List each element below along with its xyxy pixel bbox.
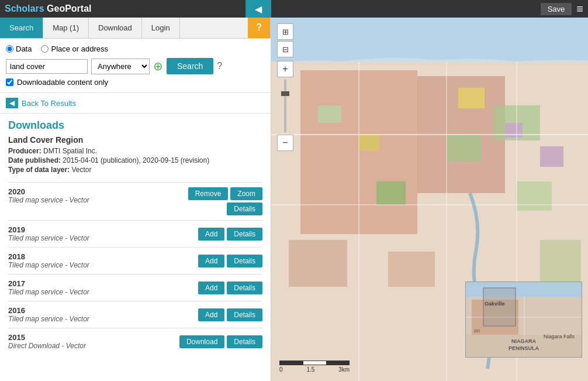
scale-bar: 0 1.5 3km: [279, 361, 350, 373]
scale-label-1-5: 1.5: [306, 366, 314, 373]
dataset-title: Land Cover Region: [8, 135, 262, 145]
year-row-2020: 2020 Tiled map service - Vector Remove Z…: [8, 182, 262, 220]
svg-rect-12: [540, 146, 563, 167]
search-area: Data Place or address Anywhere Map area …: [0, 39, 271, 93]
search-button[interactable]: Search: [167, 58, 213, 74]
svg-rect-19: [388, 252, 435, 287]
remove-2020-button[interactable]: Remove: [188, 187, 229, 200]
nav-collapse-button[interactable]: ◀: [245, 0, 271, 18]
minimap-on-label: on: [474, 328, 480, 334]
logo-geo: Geo: [44, 4, 65, 13]
scale-label-0: 0: [279, 366, 283, 373]
type-value: Vector: [71, 166, 91, 174]
year-row-2019: 2019 Tiled map service - Vector Add Deta…: [8, 220, 262, 247]
tab-search[interactable]: Search: [0, 18, 43, 38]
top-right-controls: Save ≡: [541, 2, 583, 16]
svg-rect-18: [289, 240, 347, 287]
year-info-2020: 2020 Tiled map service - Vector: [8, 187, 89, 204]
back-arrow-icon: ◀: [6, 98, 18, 108]
map-controls: ⊞ ⊟ + −: [277, 23, 293, 151]
tab-download[interactable]: Download: [89, 18, 142, 38]
producer-line: Producer: DMTI Spatial Inc.: [8, 147, 262, 155]
type-label: Type of data layer:: [8, 166, 70, 174]
type-line: Type of data layer: Vector: [8, 166, 262, 174]
downloadable-label: Downloadable content only: [17, 78, 108, 87]
date-line: Date published: 2015-04-01 (publication)…: [8, 156, 262, 164]
svg-rect-6: [376, 181, 406, 205]
tab-login[interactable]: Login: [142, 18, 180, 38]
year-row-2017: 2017 Tiled map service - Vector Add Deta…: [8, 274, 262, 301]
radio-data-input[interactable]: [6, 45, 13, 53]
logo-portal: Portal: [65, 4, 91, 13]
search-row: Anywhere Map area Within map ⊕ Search ?: [6, 58, 265, 74]
app-logo: Scholars GeoPortal: [5, 4, 92, 14]
back-to-results-link[interactable]: ◀ Back To Results: [0, 93, 271, 114]
search-input[interactable]: [6, 59, 88, 74]
svg-rect-8: [517, 181, 552, 211]
map-area[interactable]: ⊞ ⊟ + −: [271, 18, 588, 381]
details-2018-button[interactable]: Details: [227, 255, 262, 267]
tab-help[interactable]: ?: [248, 18, 271, 38]
year-type-2017: Tiled map service - Vector: [8, 288, 89, 296]
zoom-in-button[interactable]: +: [277, 61, 293, 77]
add-2016-button[interactable]: Add: [198, 308, 224, 321]
details-2019-button[interactable]: Details: [227, 228, 262, 241]
year-row-2016: 2016 Tiled map service - Vector Add Deta…: [8, 301, 262, 328]
radio-place-input[interactable]: [41, 45, 49, 53]
date-value: 2015-04-01 (publication), 2020-09-15 (re…: [63, 156, 209, 164]
year-type-2015: Direct Download - Vector: [8, 342, 86, 350]
year-info-2015: 2015 Direct Download - Vector: [8, 333, 86, 350]
geo-locate-icon[interactable]: ⊕: [153, 59, 163, 73]
back-to-results-label: Back To Results: [22, 99, 76, 108]
year-info-2019: 2019 Tiled map service - Vector: [8, 225, 89, 242]
menu-icon[interactable]: ≡: [576, 2, 583, 16]
year-row-2018: 2018 Tiled map service - Vector Add Deta…: [8, 247, 262, 274]
minimap-peninsula-label: PENINSULA: [509, 345, 539, 351]
producer-label: Producer:: [8, 147, 41, 155]
year-type-2019: Tiled map service - Vector: [8, 234, 89, 242]
details-2020-button[interactable]: Details: [227, 202, 262, 215]
year-label-2015: 2015: [8, 333, 86, 342]
search-type-radio-group: Data Place or address: [6, 44, 265, 53]
add-2018-button[interactable]: Add: [198, 255, 224, 267]
add-2017-button[interactable]: Add: [198, 282, 224, 294]
downloadable-checkbox-row: Downloadable content only: [6, 78, 265, 87]
add-2019-button[interactable]: Add: [198, 228, 224, 241]
zoom-full-button[interactable]: ⊟: [277, 41, 293, 57]
tab-navigation: Search Map (1) Download Login ?: [0, 18, 271, 39]
year-info-2016: 2016 Tiled map service - Vector: [8, 306, 89, 323]
save-button[interactable]: Save: [541, 3, 572, 15]
details-2016-button[interactable]: Details: [227, 308, 262, 321]
location-select[interactable]: Anywhere Map area Within map: [91, 59, 150, 74]
details-2015-button[interactable]: Details: [227, 335, 262, 348]
radio-place-label[interactable]: Place or address: [41, 44, 108, 53]
year-label-2016: 2016: [8, 306, 89, 315]
year-list: 2020 Tiled map service - Vector Remove Z…: [8, 182, 262, 355]
zoom-slider[interactable]: [284, 80, 286, 132]
svg-rect-4: [318, 105, 341, 123]
downloads-section: Downloads Land Cover Region Producer: DM…: [0, 114, 271, 361]
svg-rect-11: [505, 123, 523, 138]
year-type-2016: Tiled map service - Vector: [8, 315, 89, 323]
search-help-icon[interactable]: ?: [217, 61, 222, 71]
download-2015-button[interactable]: Download: [179, 335, 224, 348]
zoom-2020-button[interactable]: Zoom: [230, 187, 262, 200]
year-buttons-2020: Remove Zoom Details: [188, 187, 262, 215]
year-label-2017: 2017: [8, 279, 89, 288]
details-2017-button[interactable]: Details: [227, 282, 262, 294]
zoom-extent-button[interactable]: ⊞: [277, 23, 293, 40]
svg-rect-9: [458, 88, 485, 108]
tab-map[interactable]: Map (1): [43, 18, 89, 38]
radio-data-label[interactable]: Data: [6, 44, 32, 53]
year-label-2019: 2019: [8, 225, 89, 234]
minimap-niagarafalls-label: Niagara Falls: [544, 334, 575, 339]
nav-arrow-icon: ◀: [255, 4, 262, 15]
producer-value: DMTI Spatial Inc.: [43, 147, 97, 155]
scale-label-3km: 3km: [338, 366, 350, 373]
date-label: Date published:: [8, 156, 61, 164]
zoom-out-button[interactable]: −: [277, 135, 293, 151]
year-type-2018: Tiled map service - Vector: [8, 261, 89, 269]
minimap-niagara-label: NIAGARA: [511, 338, 536, 344]
year-info-2017: 2017 Tiled map service - Vector: [8, 279, 89, 296]
downloadable-checkbox[interactable]: [6, 78, 13, 86]
